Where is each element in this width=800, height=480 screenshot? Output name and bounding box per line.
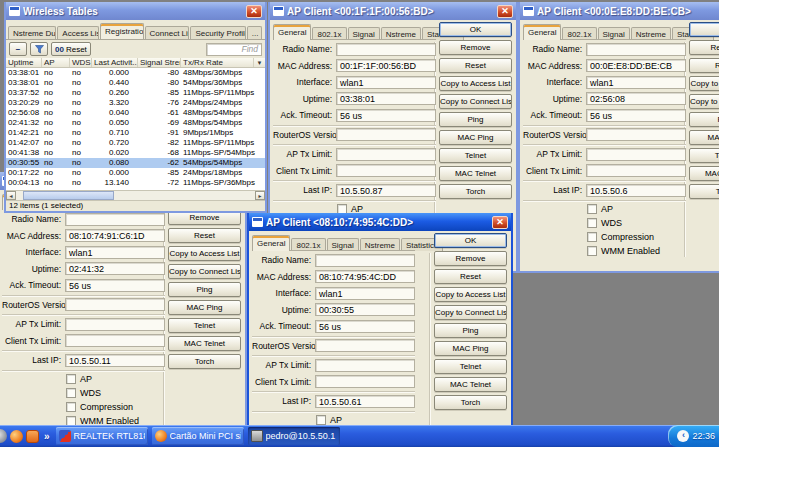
mac-address-field[interactable]: 08:10:74:95:4C:DD xyxy=(315,270,415,283)
ping-button[interactable]: Ping xyxy=(689,112,719,127)
mac-telnet-button[interactable]: MAC Telnet xyxy=(434,377,507,392)
remove-entry-button[interactable]: − xyxy=(9,42,27,56)
radio-name-field[interactable] xyxy=(336,43,436,56)
overflow-chevron-icon[interactable]: » xyxy=(42,431,52,442)
last-ip-field[interactable]: 10.5.50.6 xyxy=(586,184,686,197)
interface-field[interactable]: wlan1 xyxy=(65,246,165,259)
routeros-version-field[interactable] xyxy=(336,128,436,141)
ap-client-titlebar[interactable]: AP Client <00:0E:E8:DD:BE:CB> ✕ xyxy=(520,2,719,20)
copy-to-access-list-button[interactable]: Copy to Access List xyxy=(689,76,719,91)
reset-button[interactable]: Reset xyxy=(434,269,507,284)
tab-access-list[interactable]: Access List xyxy=(57,26,99,39)
radio-name-field[interactable] xyxy=(586,43,686,56)
scrollbar-track[interactable] xyxy=(16,191,255,200)
checkbox-icon[interactable] xyxy=(66,388,76,398)
mac-telnet-button[interactable]: MAC Telnet xyxy=(689,166,719,181)
checkbox-icon[interactable] xyxy=(587,204,597,214)
ap-tx-limit-field[interactable] xyxy=(65,318,165,331)
reset-button[interactable]: Reset xyxy=(439,58,512,73)
ack-timeout-field[interactable]: 56 us xyxy=(336,109,436,122)
scroll-right-icon[interactable]: ► xyxy=(255,191,265,200)
column-header-signal-strength[interactable]: Signal Strengt... xyxy=(138,58,181,67)
checkbox-wmm-enabled[interactable]: WMM Enabled xyxy=(587,244,686,258)
table-row[interactable]: 02:41:32nono0.050-6948Mbps/54Mbps xyxy=(6,118,265,128)
table-row[interactable]: 00:41:38nono0.020-6811Mbps-SP/54Mbps xyxy=(6,148,265,158)
filter-button[interactable] xyxy=(30,42,48,56)
copy-to-access-list-button[interactable]: Copy to Access List xyxy=(168,246,241,261)
remove-button[interactable]: Remove xyxy=(439,40,512,55)
ap-client-titlebar[interactable]: AP Client <00:1F:1F:00:56:BD> ✕ xyxy=(270,2,516,20)
checkbox-icon[interactable] xyxy=(337,204,347,214)
last-ip-field[interactable]: 10.5.50.61 xyxy=(315,395,415,408)
client-tx-limit-field[interactable] xyxy=(586,164,686,177)
table-row[interactable]: 03:20:29nono3.320-7624Mbps/24Mbps xyxy=(6,98,265,108)
reset-button[interactable]: Reset xyxy=(168,228,241,243)
copy-to-connect-list-button[interactable]: Copy to Connect List xyxy=(439,94,512,109)
remove-button[interactable]: Remove xyxy=(689,40,719,55)
column-header-last-activity[interactable]: Last Activit... xyxy=(92,58,138,67)
find-input[interactable]: Find xyxy=(206,43,262,56)
routeros-version-field[interactable] xyxy=(586,128,686,141)
ping-button[interactable]: Ping xyxy=(434,323,507,338)
mac-ping-button[interactable]: MAC Ping xyxy=(439,130,512,145)
mac-address-field[interactable]: 00:0E:E8:DD:BE:CB xyxy=(586,59,686,72)
ap-tx-limit-field[interactable] xyxy=(586,148,686,161)
mac-ping-button[interactable]: MAC Ping xyxy=(689,130,719,145)
copy-to-connect-list-button[interactable]: Copy to Connect List xyxy=(434,305,507,320)
taskbar-button-pedro-10-5-50-1-mi[interactable]: pedro@10.5.50.1 (Mi... xyxy=(248,427,340,445)
interface-field[interactable]: wlan1 xyxy=(586,76,686,89)
tab-general[interactable]: General xyxy=(252,235,290,251)
tab-nstreme-dual[interactable]: Nstreme Dual xyxy=(8,26,56,39)
reset-button[interactable]: Reset xyxy=(689,58,719,73)
close-icon[interactable]: ✕ xyxy=(497,5,513,18)
telnet-button[interactable]: Telnet xyxy=(439,148,512,163)
copy-to-connect-list-button[interactable]: Copy to Connect List xyxy=(168,264,241,279)
mac-ping-button[interactable]: MAC Ping xyxy=(168,300,241,315)
client-tx-limit-field[interactable] xyxy=(315,375,415,388)
uptime-field[interactable]: 02:56:08 xyxy=(586,92,686,105)
firefox-icon[interactable] xyxy=(10,430,23,443)
table-row[interactable]: 00:17:22nono0.000-8524Mbps/18Mbps xyxy=(6,168,265,178)
copy-to-access-list-button[interactable]: Copy to Access List xyxy=(434,287,507,302)
last-ip-field[interactable]: 10.5.50.11 xyxy=(65,354,165,367)
column-header-ap[interactable]: AP xyxy=(42,58,70,67)
table-row[interactable]: 02:56:08nono0.040-6148Mbps/54Mbps xyxy=(6,108,265,118)
tab-registration[interactable]: Registration xyxy=(100,23,143,39)
ping-button[interactable]: Ping xyxy=(168,282,241,297)
checkbox-icon[interactable] xyxy=(66,374,76,384)
table-row[interactable]: 03:38:01nono0.440-8054Mbps/36Mbps xyxy=(6,78,265,88)
ap-client-titlebar[interactable]: AP Client <08:10:74:95:4C:DD> ✕ xyxy=(249,213,511,231)
interface-field[interactable]: wlan1 xyxy=(336,76,436,89)
table-row[interactable]: 03:37:52nono0.260-8511Mbps-SP/11Mbps xyxy=(6,88,265,98)
ok-button[interactable]: OK xyxy=(689,22,719,37)
interface-field[interactable]: wlan1 xyxy=(315,287,415,300)
telnet-button[interactable]: Telnet xyxy=(434,359,507,374)
mac-address-field[interactable]: 08:10:74:91:C6:1D xyxy=(65,229,165,242)
routeros-version-field[interactable] xyxy=(315,339,415,352)
tab-security-profiles[interactable]: Security Profiles xyxy=(190,26,245,39)
app-icon[interactable] xyxy=(0,429,7,443)
torch-button[interactable]: Torch xyxy=(439,184,512,199)
close-icon[interactable]: ✕ xyxy=(246,5,262,18)
ping-button[interactable]: Ping xyxy=(439,112,512,127)
mac-address-field[interactable]: 00:1F:1F:00:56:BD xyxy=(336,59,436,72)
checkbox-wds[interactable]: WDS xyxy=(587,216,686,230)
mac-telnet-button[interactable]: MAC Telnet xyxy=(439,166,512,181)
tab-connect-list[interactable]: Connect List xyxy=(145,26,190,39)
checkbox-wds[interactable]: WDS xyxy=(66,386,165,400)
uptime-field[interactable]: 02:41:32 xyxy=(65,262,165,275)
client-tx-limit-field[interactable] xyxy=(336,164,436,177)
uptime-field[interactable]: 03:38:01 xyxy=(336,92,436,105)
tab-general[interactable]: General xyxy=(273,24,311,40)
column-chooser-dropdown-icon[interactable]: ▼ xyxy=(253,58,265,67)
copy-to-access-list-button[interactable]: Copy to Access List xyxy=(439,76,512,91)
checkbox-ap[interactable]: AP xyxy=(66,372,165,386)
ack-timeout-field[interactable]: 56 us xyxy=(65,279,165,292)
ap-tx-limit-field[interactable] xyxy=(336,148,436,161)
table-header[interactable]: Uptime AP WDS Last Activit... Signal Str… xyxy=(6,58,265,68)
horizontal-scrollbar[interactable]: ◄ ► xyxy=(6,190,265,200)
mac-ping-button[interactable]: MAC Ping xyxy=(434,341,507,356)
ack-timeout-field[interactable]: 56 us xyxy=(586,109,686,122)
mac-telnet-button[interactable]: MAC Telnet xyxy=(168,336,241,351)
checkbox-icon[interactable] xyxy=(66,416,76,426)
